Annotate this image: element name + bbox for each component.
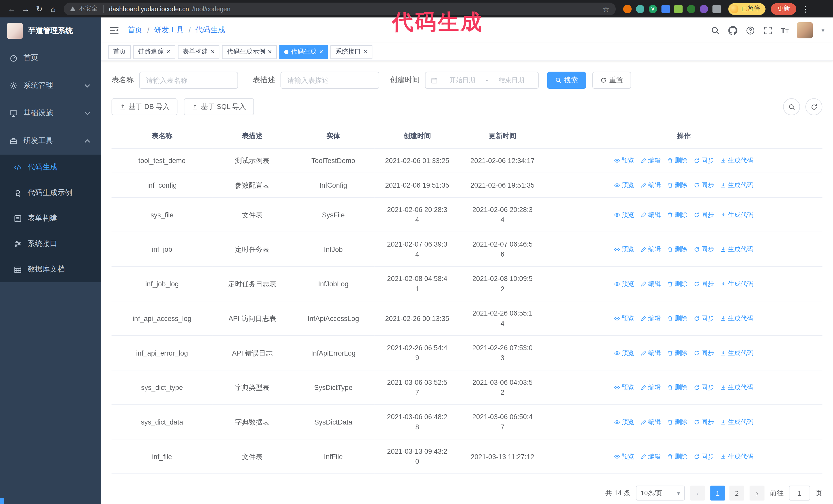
tab[interactable]: 首页 × [109, 45, 131, 59]
page-size-select[interactable]: 10条/页 ▾ [636, 485, 685, 500]
breadcrumb-devtools[interactable]: 研发工具 [154, 25, 184, 35]
next-page-button[interactable]: › [750, 485, 765, 500]
preview-link[interactable]: 预览 [614, 348, 634, 358]
preview-link[interactable]: 预览 [614, 279, 634, 289]
reload-icon[interactable]: ↻ [33, 4, 46, 14]
delete-link[interactable]: 删除 [667, 382, 687, 392]
generate-code-link[interactable]: 生成代码 [720, 417, 754, 427]
generate-code-link[interactable]: 生成代码 [720, 210, 754, 220]
tab[interactable]: 链路追踪 × [133, 45, 175, 59]
preview-link[interactable]: 预览 [614, 180, 634, 190]
tab[interactable]: 表单构建 × [178, 45, 220, 59]
toggle-search-button[interactable] [783, 98, 800, 115]
preview-link[interactable]: 预览 [614, 210, 634, 220]
generate-code-link[interactable]: 生成代码 [720, 382, 754, 392]
sync-link[interactable]: 同步 [694, 313, 714, 323]
profile-paused-badge[interactable]: 已暂停 [729, 3, 766, 15]
tab[interactable]: 代码生成示例 × [222, 45, 277, 59]
generate-code-link[interactable]: 生成代码 [720, 313, 754, 323]
delete-link[interactable]: 删除 [667, 155, 687, 166]
sidebar-item-system-api[interactable]: 系统接口 [0, 231, 101, 257]
bookmark-star-icon[interactable]: ☆ [602, 5, 609, 13]
generate-code-link[interactable]: 生成代码 [720, 155, 754, 166]
delete-link[interactable]: 删除 [667, 313, 687, 323]
preview-link[interactable]: 预览 [614, 417, 634, 427]
browser-menu-icon[interactable]: ⋮ [802, 4, 810, 14]
sidebar-item-codegen-example[interactable]: 代码生成示例 [0, 180, 101, 206]
delete-link[interactable]: 删除 [667, 180, 687, 190]
sync-link[interactable]: 同步 [694, 452, 714, 461]
preview-link[interactable]: 预览 [614, 452, 634, 461]
chrome-update-button[interactable]: 更新 [771, 3, 796, 15]
security-label[interactable]: 不安全 [79, 4, 98, 13]
extension-icon[interactable] [662, 5, 670, 13]
sync-link[interactable]: 同步 [694, 417, 714, 427]
breadcrumb-home[interactable]: 首页 [127, 25, 142, 35]
sidebar-item-form-builder[interactable]: 表单构建 [0, 206, 101, 231]
preview-link[interactable]: 预览 [614, 382, 634, 392]
table-desc-input[interactable] [280, 72, 379, 89]
date-range-picker[interactable]: 开始日期 - 结束日期 [425, 72, 539, 89]
extension-icon[interactable] [674, 5, 683, 13]
address-bar[interactable]: 不安全 dashboard.yudao.iocoder.cn/tool/code… [64, 2, 616, 15]
sidebar-fold-icon[interactable] [110, 27, 119, 34]
delete-link[interactable]: 删除 [667, 417, 687, 427]
github-icon[interactable] [728, 26, 737, 35]
generate-code-link[interactable]: 生成代码 [720, 279, 754, 289]
delete-link[interactable]: 删除 [667, 279, 687, 289]
import-db-button[interactable]: 基于 DB 导入 [112, 98, 177, 115]
sync-link[interactable]: 同步 [694, 210, 714, 220]
goto-page-input[interactable] [789, 485, 810, 500]
search-icon[interactable] [711, 26, 720, 35]
prev-page-button[interactable]: ‹ [690, 485, 705, 500]
sync-link[interactable]: 同步 [694, 180, 714, 190]
delete-link[interactable]: 删除 [667, 452, 687, 461]
date-end-placeholder[interactable]: 结束日期 [490, 76, 533, 85]
forward-icon[interactable]: → [19, 4, 32, 13]
home-icon[interactable]: ⌂ [47, 4, 60, 13]
tab[interactable]: 代码生成 × [279, 45, 328, 59]
generate-code-link[interactable]: 生成代码 [720, 180, 754, 190]
sync-link[interactable]: 同步 [694, 279, 714, 289]
sync-link[interactable]: 同步 [694, 382, 714, 392]
page-number-button[interactable]: 2 [730, 485, 744, 500]
extension-icon[interactable] [623, 5, 632, 13]
extension-icon[interactable] [687, 5, 695, 13]
sidebar-item-db-doc[interactable]: 数据库文档 [0, 257, 101, 282]
font-size-icon[interactable]: TT [781, 26, 788, 34]
sidebar-item-codegen[interactable]: 代码生成 [0, 154, 101, 180]
close-icon[interactable]: × [364, 48, 368, 55]
edit-link[interactable]: 编辑 [641, 279, 661, 289]
generate-code-link[interactable]: 生成代码 [720, 244, 754, 254]
close-icon[interactable]: × [319, 48, 323, 55]
caret-down-icon[interactable]: ▾ [822, 27, 824, 34]
refresh-table-button[interactable] [805, 98, 822, 115]
edit-link[interactable]: 编辑 [641, 382, 661, 392]
puzzle-extension-icon[interactable] [712, 5, 721, 13]
extension-icon[interactable] [636, 5, 644, 13]
extension-icon[interactable]: V [649, 5, 657, 13]
edit-link[interactable]: 编辑 [641, 452, 661, 461]
preview-link[interactable]: 预览 [614, 244, 634, 254]
edit-link[interactable]: 编辑 [641, 417, 661, 427]
delete-link[interactable]: 删除 [667, 210, 687, 220]
edit-link[interactable]: 编辑 [641, 348, 661, 358]
sync-link[interactable]: 同步 [694, 155, 714, 166]
close-icon[interactable]: × [268, 48, 272, 55]
edit-link[interactable]: 编辑 [641, 313, 661, 323]
sidebar-item-home[interactable]: 首页 [0, 44, 101, 72]
edit-link[interactable]: 编辑 [641, 210, 661, 220]
delete-link[interactable]: 删除 [667, 244, 687, 254]
page-number-button[interactable]: 1 [710, 485, 725, 500]
preview-link[interactable]: 预览 [614, 313, 634, 323]
generate-code-link[interactable]: 生成代码 [720, 348, 754, 358]
reset-button[interactable]: 重置 [592, 72, 631, 89]
tab[interactable]: 系统接口 × [331, 45, 373, 59]
close-icon[interactable]: × [166, 48, 170, 55]
generate-code-link[interactable]: 生成代码 [720, 452, 754, 461]
preview-link[interactable]: 预览 [614, 155, 634, 166]
date-start-placeholder[interactable]: 开始日期 [441, 76, 484, 85]
close-icon[interactable]: × [211, 48, 215, 55]
edit-link[interactable]: 编辑 [641, 155, 661, 166]
help-icon[interactable] [746, 26, 755, 35]
